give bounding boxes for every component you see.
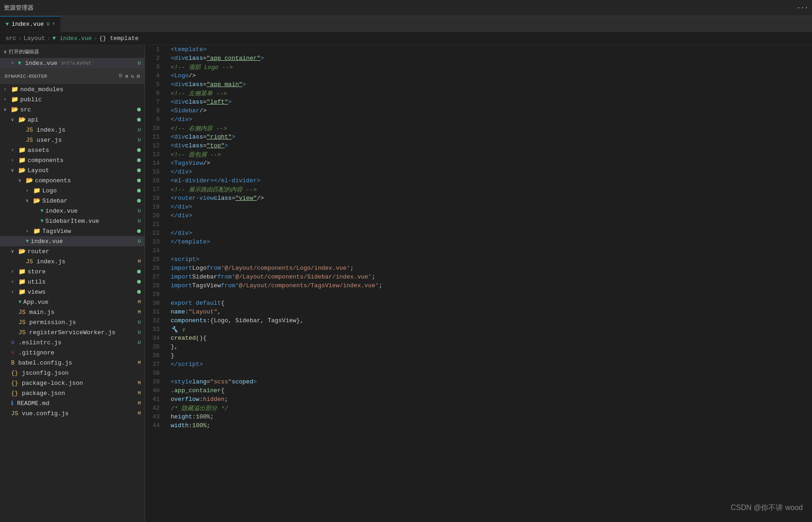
tree-item-sidebar-index[interactable]: ▼ index.vue U	[0, 206, 144, 216]
tree-item-router-index[interactable]: JS index.js M	[0, 256, 144, 267]
badge: U	[138, 340, 141, 345]
tree-item-views[interactable]: › 📁 views	[0, 287, 144, 297]
line-number: 26	[145, 264, 163, 273]
tree-item-src[interactable]: ∨ 📂 src	[0, 104, 144, 115]
code-line: <Sidebar />	[171, 106, 812, 115]
tree-item-label: node_modules	[20, 86, 63, 93]
tree-item-label: index.vue	[31, 238, 63, 245]
code-line	[171, 369, 812, 377]
tree-item-layout-index[interactable]: ▼ index.vue U	[0, 236, 144, 246]
code-line: </div>	[171, 229, 812, 238]
code-editor[interactable]: 1234567891011121314151617181920212223242…	[145, 45, 812, 522]
line-number: 3	[145, 63, 163, 71]
status-dot	[137, 270, 141, 273]
tree-item-label: main.js	[29, 309, 55, 316]
line-number: 44	[145, 421, 163, 430]
tree-item-gitignore[interactable]: ⑂ .gitignore	[0, 348, 144, 358]
tree-item-api-index[interactable]: JS index.js U	[0, 125, 144, 135]
tab-label: index.vue	[12, 21, 44, 28]
file-tree: › 📁 node_modules › 📁 public ∨ 📂 src ∨ 📂	[0, 84, 144, 522]
tree-item-label: App.vue	[23, 299, 49, 306]
tree-item-router[interactable]: ∨ 📂 router	[0, 246, 144, 256]
open-editors-section[interactable]: ∨ 打开的编辑器	[0, 45, 144, 58]
tree-item-api[interactable]: ∨ 📂 api	[0, 115, 144, 125]
collapse-icon[interactable]: ⊟	[137, 73, 140, 79]
open-editors-label: 打开的编辑器	[9, 48, 39, 55]
tree-item-assets[interactable]: › 📁 assets	[0, 145, 144, 155]
breadcrumb-sep3: ›	[94, 35, 98, 42]
tree-item-sidebar[interactable]: ∨ 📂 Sidebar	[0, 196, 144, 206]
badge: U	[138, 319, 141, 325]
code-line: import TagsView from '@/Layout/component…	[171, 281, 812, 290]
close-icon[interactable]: ×	[11, 60, 14, 66]
tree-item-main-js[interactable]: JS main.js M	[0, 307, 144, 317]
status-dot	[137, 199, 141, 203]
tree-item-label: Layout	[28, 167, 49, 174]
tree-item-readme[interactable]: ℹ README.md M	[0, 398, 144, 408]
tree-item-register-sw[interactable]: JS registerServiceWorker.js U	[0, 327, 144, 337]
line-number: 11	[145, 133, 163, 141]
code-line: <div class="app_main">	[171, 80, 812, 89]
tree-item-logo[interactable]: › 📁 Logo	[0, 186, 144, 196]
tree-item-tagsview[interactable]: › 📁 TagsView	[0, 226, 144, 236]
tab-index-vue[interactable]: ▼ index.vue U ×	[0, 16, 61, 32]
code-line: <script>	[171, 255, 812, 264]
tree-item-sidebaritem[interactable]: ▼ SidebarItem.vue U	[0, 216, 144, 226]
tree-item-components[interactable]: › 📁 components	[0, 155, 144, 165]
tree-item-app-vue[interactable]: ▼ App.vue M	[0, 297, 144, 307]
tree-item-permission-js[interactable]: JS permission.js U	[0, 317, 144, 327]
js-icon: JS	[18, 329, 26, 336]
tree-item-jsconfig[interactable]: {} jsconfig.json	[0, 368, 144, 378]
arrow-icon: ›	[4, 97, 11, 102]
open-file-item[interactable]: × ▼ index.vue src\Layout U	[0, 58, 144, 68]
new-folder-icon[interactable]: ⊕	[125, 73, 128, 79]
badge: M	[138, 309, 141, 315]
line-number: 7	[145, 98, 163, 106]
arrow-icon: ›	[26, 188, 33, 193]
breadcrumb-section: {} template	[99, 35, 138, 42]
tree-item-label: .eslintrc.js	[18, 339, 62, 346]
arrow-icon: ∨	[11, 249, 18, 254]
tree-item-vue-config[interactable]: JS vue.config.js M	[0, 408, 144, 418]
tree-item-node-modules[interactable]: › 📁 node_modules	[0, 84, 144, 94]
line-number: 23	[145, 238, 163, 246]
tree-item-utils[interactable]: › 📁 utils	[0, 277, 144, 287]
tree-item-public[interactable]: › 📁 public	[0, 94, 144, 104]
refresh-icon[interactable]: ↻	[131, 73, 134, 79]
tree-item-label: Logo	[42, 187, 57, 194]
code-line: export default {	[171, 299, 812, 307]
tree-item-babel[interactable]: B babel.config.js M	[0, 358, 144, 368]
tree-item-label: components	[28, 157, 63, 164]
tab-close-icon[interactable]: ×	[52, 22, 55, 27]
top-bar: 资源管理器 ···	[0, 0, 812, 16]
code-line: <TagsView />	[171, 159, 812, 168]
tree-item-layout-components[interactable]: ∨ 📂 components	[0, 175, 144, 186]
line-number: 10	[145, 124, 163, 133]
tree-item-package[interactable]: {} package.json M	[0, 388, 144, 398]
code-line: <!-- 面包屑 -->	[171, 150, 812, 159]
tree-item-label: router	[28, 248, 49, 255]
explorer-title: 资源管理器	[4, 4, 34, 12]
breadcrumb: src › Layout › ▼ index.vue › {} template	[0, 32, 812, 45]
tree-item-eslint[interactable]: ⊙ .eslintrc.js U	[0, 337, 144, 348]
js-icon: JS	[26, 137, 33, 144]
tree-item-package-lock[interactable]: {} package-lock.json M	[0, 378, 144, 388]
tree-item-label: jsconfig.json	[22, 370, 69, 377]
tree-item-label: views	[28, 289, 46, 296]
more-icon[interactable]: ···	[797, 4, 808, 12]
arrow-icon: ∨	[18, 178, 26, 183]
line-number: 24	[145, 246, 163, 255]
line-number: 25	[145, 255, 163, 264]
editor-area: 1234567891011121314151617181920212223242…	[145, 45, 812, 522]
arrow-icon: ›	[11, 279, 18, 284]
vue-icon: ▼	[40, 208, 44, 214]
json-icon: {}	[11, 390, 18, 397]
code-line: <div class="app_container">	[171, 54, 812, 63]
tree-item-layout[interactable]: ∨ 📂 Layout	[0, 165, 144, 175]
new-file-icon[interactable]: ⎘	[119, 73, 122, 79]
tree-item-api-user[interactable]: JS user.js U	[0, 135, 144, 145]
badge: M	[138, 380, 141, 386]
tree-item-store[interactable]: › 📁 store	[0, 267, 144, 277]
code-line: import Logo from '@/Layout/components/Lo…	[171, 264, 812, 273]
code-line: <router-view class="view" />	[171, 194, 812, 203]
